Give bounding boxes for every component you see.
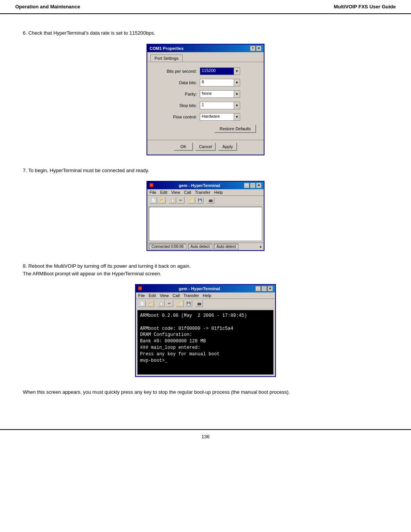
ht1-menu-file[interactable]: File [150, 190, 156, 195]
field-value-4[interactable]: Hardware [200, 113, 234, 121]
step8-text: 8. Reboot the MultiVOIP by turning off i… [23, 262, 388, 277]
field-value-0[interactable]: 115200 [200, 67, 234, 75]
field-dropdown-btn-3[interactable]: ▼ [234, 102, 240, 109]
ht1-menu-transfer[interactable]: Transfer [195, 190, 210, 195]
ht2-menu-help[interactable]: Help [203, 293, 212, 298]
field-select-1: 8▼ [200, 79, 240, 86]
page-content: 6. Check that HyperTerminal's data rate … [0, 26, 411, 418]
field-dropdown-btn-4[interactable]: ▼ [234, 113, 240, 121]
ht1-btn6[interactable]: 💾 [196, 197, 204, 204]
ht1-sep2 [185, 197, 187, 204]
ht2-open-btn[interactable]: 📂 [147, 300, 154, 307]
field-label-2: Parity: [155, 92, 197, 96]
ht2-btn6[interactable]: 💾 [185, 300, 192, 307]
titlebar-buttons: ? ✕ [250, 46, 261, 51]
gem-icon-1 [150, 183, 153, 187]
ht2-titlebar-buttons: _ □ ✕ [255, 286, 273, 291]
cancel-button[interactable]: Cancel [195, 142, 216, 151]
ht2-terminal-area: ARMboot 0.2.08 (May 2 2006 - 17:09:45) A… [137, 310, 274, 375]
step8-line1: 8. Reboot the MultiVOIP by turning off i… [23, 263, 191, 269]
ht1-open-btn[interactable]: 📂 [158, 197, 166, 204]
step8-line2: The ARMBoot prompt will appear on the Hy… [23, 271, 161, 276]
field-label-1: Data bits: [155, 80, 197, 85]
dialog-tabs: Port Settings [147, 52, 264, 62]
hyper-terminal-1: gem - HyperTerminal _ □ ✕ File Edit View… [147, 181, 264, 251]
dialog-body: Bits per second:115200▼Data bits:8▼Parit… [147, 62, 264, 140]
field-dropdown-btn-0[interactable]: ▼ [234, 67, 240, 75]
ht1-btn3[interactable]: 📋 [169, 197, 176, 204]
hyperterminal1-screenshot-container: gem - HyperTerminal _ □ ✕ File Edit View… [23, 181, 388, 251]
com1-screenshot-container: COM1 Properties ? ✕ Port Settings Bits p… [23, 44, 388, 155]
ht1-titlebar-buttons: _ □ ✕ [244, 183, 261, 188]
ht2-menubar: File Edit View Call Transfer Help [136, 292, 275, 299]
page-footer: 136 [0, 429, 411, 443]
ht1-menu-help[interactable]: Help [214, 190, 223, 195]
ht2-btn7[interactable]: 📠 [195, 300, 203, 307]
ht2-menu-call[interactable]: Call [172, 293, 180, 298]
ht2-maximize-button[interactable]: □ [261, 286, 267, 291]
ht2-close-button[interactable]: ✕ [268, 286, 273, 291]
ht1-btn5[interactable]: 📁 [188, 197, 195, 204]
field-value-2[interactable]: None [200, 90, 234, 98]
ht2-btn3[interactable]: 📋 [157, 300, 165, 307]
ht1-close-button[interactable]: ✕ [256, 183, 261, 188]
ht2-menu-edit[interactable]: Edit [149, 293, 156, 298]
restore-defaults-button[interactable]: Restore Defaults [214, 125, 256, 133]
ht1-menu-view[interactable]: View [171, 190, 180, 195]
ht1-menu-call[interactable]: Call [184, 190, 191, 195]
step6-text: 6. Check that HyperTerminal's data rate … [23, 29, 388, 37]
restore-defaults-row: Restore Defaults [155, 125, 256, 133]
dialog-footer: OK Cancel Apply [147, 140, 264, 155]
ht1-terminal-area [149, 207, 262, 241]
ht1-new-btn[interactable]: 📄 [150, 197, 157, 204]
ht2-menu-transfer[interactable]: Transfer [183, 293, 199, 298]
field-dropdown-btn-2[interactable]: ▼ [234, 90, 240, 98]
dialog-title: COM1 Properties [150, 46, 183, 51]
com1-fields: Bits per second:115200▼Data bits:8▼Parit… [155, 67, 256, 121]
field-value-1[interactable]: 8 [200, 79, 234, 86]
help-button[interactable]: ? [250, 46, 255, 51]
com1-field-row-1: Data bits:8▼ [155, 79, 256, 86]
header-left: Operation and Maintenance [15, 4, 80, 10]
field-select-0: 115200▼ [200, 67, 240, 75]
ht2-sep1 [155, 300, 156, 307]
ht2-sep2 [174, 300, 175, 307]
field-value-3[interactable]: 1 [200, 102, 234, 109]
ok-button[interactable]: OK [174, 142, 193, 151]
ht2-btn5[interactable]: 📁 [176, 300, 184, 307]
ht1-statusbar: Connected 0:00:06 Auto detect Auto detec… [147, 243, 264, 250]
field-label-0: Bits per second: [155, 69, 197, 73]
field-dropdown-btn-1[interactable]: ▼ [234, 79, 240, 86]
field-select-2: None▼ [200, 90, 240, 98]
field-label-4: Flow control: [155, 115, 197, 119]
ht1-menubar: File Edit View Call Transfer Help [147, 189, 264, 196]
ht1-sep1 [166, 197, 168, 204]
ht2-toolbar: 📄 📂 📋 ✂ 📁 💾 📠 [136, 299, 275, 308]
apply-button[interactable]: Apply [218, 142, 237, 151]
ht1-maximize-button[interactable]: □ [250, 183, 255, 188]
ht2-menu-view[interactable]: View [160, 293, 169, 298]
ht2-btn4[interactable]: ✂ [166, 300, 173, 307]
ht1-title-text: gem - HyperTerminal [179, 183, 220, 188]
ht1-status-auto1: Auto detect [188, 244, 213, 249]
ht1-btn7[interactable]: 📠 [207, 197, 214, 204]
dialog-titlebar: COM1 Properties ? ✕ [147, 45, 264, 52]
ht1-minimize-button[interactable]: _ [244, 183, 249, 188]
ht1-scroll-arrow[interactable]: ▲ [259, 245, 262, 248]
step7-text: 7. To begin, HyperTerminal must be conne… [23, 167, 388, 174]
ht2-sep3 [193, 300, 194, 307]
gem-icon-2 [138, 286, 142, 290]
close-button[interactable]: ✕ [256, 46, 261, 51]
header-right: MultiVOIP FXS User Guide [334, 4, 396, 10]
ht2-menu-file[interactable]: File [138, 293, 145, 298]
ht1-title-icon [150, 183, 155, 188]
port-settings-tab[interactable]: Port Settings [150, 54, 183, 62]
com1-field-row-4: Flow control:Hardware▼ [155, 113, 256, 121]
ht2-minimize-button[interactable]: _ [255, 286, 261, 291]
field-select-3: 1▼ [200, 102, 240, 109]
ht1-btn4[interactable]: ✂ [177, 197, 185, 204]
ht2-new-btn[interactable]: 📄 [138, 300, 146, 307]
hyperterminal2-screenshot-container: gem - HyperTerminal _ □ ✕ File Edit View… [23, 284, 388, 377]
ht1-menu-edit[interactable]: Edit [160, 190, 167, 195]
terminal-output: ARMboot 0.2.08 (May 2 2006 - 17:09:45) A… [140, 313, 271, 364]
